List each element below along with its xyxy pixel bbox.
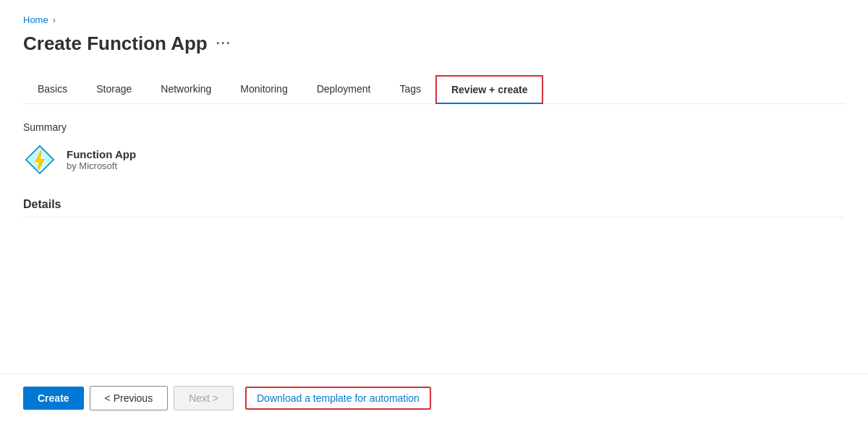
- details-section-title: Details: [23, 198, 845, 218]
- page-title-row: Create Function App ···: [23, 33, 845, 55]
- tab-deployment[interactable]: Deployment: [302, 76, 386, 103]
- function-app-row: Function App by Microsoft: [23, 143, 845, 176]
- tab-storage[interactable]: Storage: [82, 76, 146, 103]
- tab-basics[interactable]: Basics: [23, 76, 82, 103]
- app-name: Function App: [67, 148, 136, 160]
- next-button: Next >: [174, 386, 234, 410]
- tab-networking[interactable]: Networking: [146, 76, 226, 103]
- breadcrumb: Home ›: [23, 14, 845, 25]
- bottom-bar: Create < Previous Next > Download a temp…: [0, 374, 868, 422]
- breadcrumb-separator: ›: [53, 14, 56, 25]
- create-button[interactable]: Create: [23, 387, 84, 410]
- tab-monitoring[interactable]: Monitoring: [226, 76, 302, 103]
- download-template-link[interactable]: Download a template for automation: [245, 387, 431, 410]
- page-container: Home › Create Function App ··· Basics St…: [0, 0, 868, 422]
- summary-label: Summary: [23, 121, 845, 133]
- tab-tags[interactable]: Tags: [385, 76, 435, 103]
- function-app-info: Function App by Microsoft: [67, 148, 136, 171]
- page-title: Create Function App: [23, 33, 208, 55]
- app-by: by Microsoft: [67, 160, 136, 171]
- tab-review-create[interactable]: Review + create: [435, 75, 543, 104]
- breadcrumb-home-link[interactable]: Home: [23, 14, 48, 25]
- function-app-icon: [23, 143, 56, 176]
- tabs-container: Basics Storage Networking Monitoring Dep…: [23, 75, 845, 104]
- more-options-icon[interactable]: ···: [216, 36, 231, 51]
- previous-button[interactable]: < Previous: [90, 386, 169, 410]
